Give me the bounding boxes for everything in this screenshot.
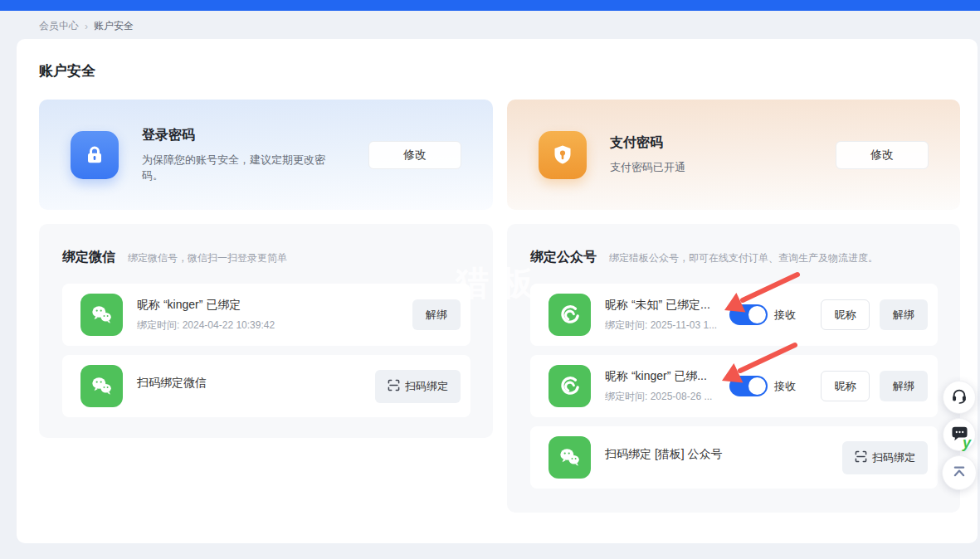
official-scan-bind-button[interactable]: 扫码绑定 — [842, 441, 928, 474]
official-bound-time-2: 绑定时间: 2025-08-26 ... — [605, 390, 729, 404]
back-to-top-icon — [949, 461, 969, 484]
official-scan-row: 扫码绑定 [猎板] 公众号 扫码绑定 — [530, 426, 938, 489]
wechat-bound-title: 昵称 “kinger” 已绑定 — [137, 298, 412, 313]
official-unbind-button-1[interactable]: 解绑 — [880, 299, 928, 330]
shield-keyhole-icon — [539, 131, 587, 179]
breadcrumb-separator: › — [85, 21, 88, 32]
receive-toggle-2[interactable] — [729, 376, 768, 396]
wechat-bound-row: 昵称 “kinger” 已绑定 绑定时间: 2024-04-22 10:39:4… — [62, 284, 470, 346]
wechat-bind-section: 绑定微信 绑定微信号，微信扫一扫登录更简单 昵称 “kinger” 已绑定 — [39, 224, 493, 438]
qr-scan-icon — [855, 450, 867, 465]
pay-password-title: 支付密码 — [610, 134, 836, 152]
nickname-button-1[interactable]: 昵称 — [821, 299, 870, 330]
wechat-unbind-button[interactable]: 解绑 — [412, 299, 461, 330]
nickname-button-2[interactable]: 昵称 — [821, 371, 870, 401]
official-account-swirl-icon — [549, 294, 591, 336]
wechat-section-subtitle: 绑定微信号，微信扫一扫登录更简单 — [128, 251, 287, 265]
official-unbind-button-2[interactable]: 解绑 — [880, 371, 928, 401]
pay-password-modify-button[interactable]: 修改 — [836, 141, 929, 169]
wechat-scan-title: 扫码绑定微信 — [137, 376, 375, 391]
receive-label-1: 接收 — [774, 308, 796, 323]
official-bound-time-1: 绑定时间: 2025-11-03 1... — [605, 318, 729, 333]
back-to-top-button[interactable] — [942, 455, 977, 490]
official-bound-row-2: 昵称 “kinger” 已绑... 绑定时间: 2025-08-26 ... 接… — [530, 355, 938, 417]
qr-scan-icon — [388, 379, 400, 394]
login-password-desc: 为保障您的账号安全，建议定期更改密码。 — [142, 152, 339, 183]
official-section-title: 绑定公众号 — [530, 249, 597, 266]
receive-label-2: 接收 — [774, 379, 796, 394]
official-account-section: 绑定公众号 绑定猎板公众号，即可在线支付订单、查询生产及物流进度。 昵称 “未知… — [507, 224, 960, 513]
breadcrumb-member-center[interactable]: 会员中心 — [39, 19, 79, 33]
wechat-bound-time: 绑定时间: 2024-04-22 10:39:42 — [137, 318, 412, 333]
login-password-title: 登录密码 — [142, 127, 368, 144]
official-bound-row-1: 昵称 “未知” 已绑定... 绑定时间: 2025-11-03 1... 接收 … — [530, 284, 938, 346]
official-bound-title-1: 昵称 “未知” 已绑定... — [605, 298, 729, 313]
account-security-panel: 账户安全 登录密码 为保障您的账号安全，建议定期更改密码。 修改 支付密码 — [17, 39, 978, 543]
customer-support-button[interactable] — [943, 381, 976, 414]
official-section-subtitle: 绑定猎板公众号，即可在线支付订单、查询生产及物流进度。 — [609, 251, 878, 265]
page-title: 账户安全 — [39, 61, 95, 80]
login-password-modify-button[interactable]: 修改 — [368, 141, 461, 169]
wechat-icon — [80, 365, 123, 407]
wechat-icon — [549, 436, 591, 479]
top-blue-bar — [0, 0, 980, 11]
pay-password-desc: 支付密码已开通 — [610, 159, 807, 175]
receive-toggle-1[interactable] — [729, 304, 768, 325]
official-bound-title-2: 昵称 “kinger” 已绑... — [605, 369, 729, 384]
wechat-scan-row: 扫码绑定微信 扫码绑定 — [62, 355, 470, 417]
wechat-scan-bind-label: 扫码绑定 — [405, 379, 448, 394]
login-password-card: 登录密码 为保障您的账号安全，建议定期更改密码。 修改 — [39, 100, 493, 210]
headset-icon — [949, 386, 969, 409]
pay-password-card: 支付密码 支付密码已开通 修改 — [507, 100, 960, 210]
breadcrumb: 会员中心 › 账户安全 — [39, 19, 134, 33]
official-account-swirl-icon — [549, 365, 591, 407]
official-scan-title: 扫码绑定 [猎板] 公众号 — [605, 447, 842, 462]
breadcrumb-account-security: 账户安全 — [94, 19, 134, 33]
lock-icon — [71, 131, 119, 179]
wechat-icon — [80, 294, 123, 336]
official-scan-bind-label: 扫码绑定 — [872, 450, 915, 465]
wechat-scan-bind-button[interactable]: 扫码绑定 — [375, 370, 461, 403]
wechat-section-title: 绑定微信 — [62, 249, 115, 266]
chat-brand-badge: y — [963, 435, 971, 452]
